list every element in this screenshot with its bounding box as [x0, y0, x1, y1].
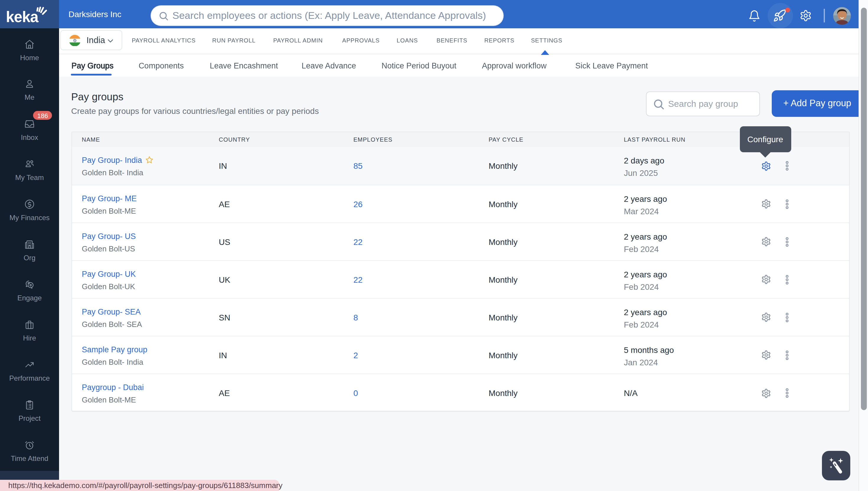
svg-text:keka: keka — [6, 8, 39, 25]
